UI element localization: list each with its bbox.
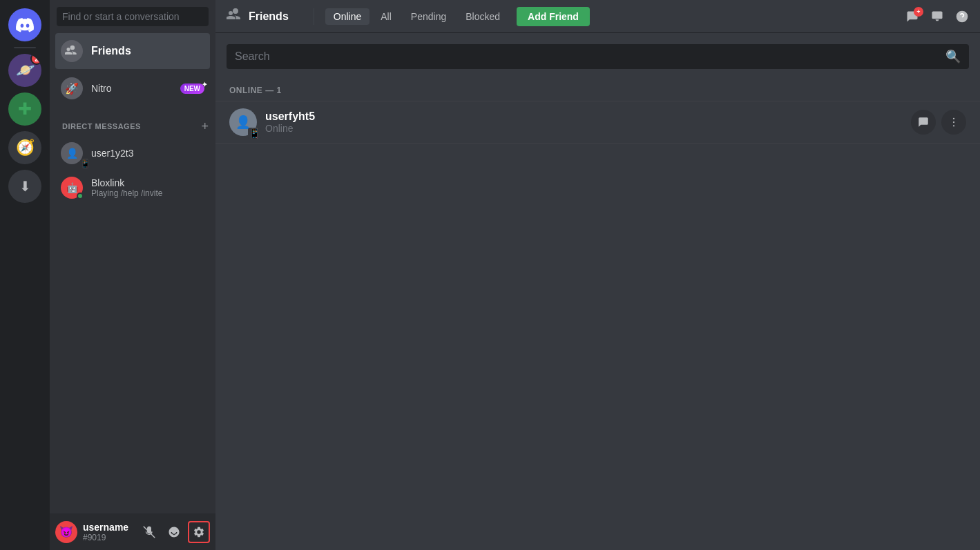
direct-messages-header: DIRECT MESSAGES + bbox=[50, 108, 215, 137]
topbar-divider bbox=[314, 8, 314, 25]
friend-more-button[interactable] bbox=[941, 110, 966, 135]
friend-avatar-wrap-user1: 👤 📱 bbox=[229, 108, 257, 136]
tab-all[interactable]: All bbox=[372, 8, 400, 25]
friend-name-user1: userfyht5 bbox=[265, 110, 911, 123]
help-button[interactable] bbox=[955, 10, 969, 23]
user-avatar: 😈 bbox=[55, 521, 77, 543]
nitro-nav-item[interactable]: 🚀 Nitro ✦ NEW bbox=[55, 72, 210, 105]
dm-search-input[interactable] bbox=[57, 7, 209, 26]
svg-rect-1 bbox=[932, 11, 943, 19]
deafen-button[interactable] bbox=[163, 521, 185, 543]
topbar-title: Friends bbox=[249, 10, 289, 23]
dm-sidebar: Friends 🚀 Nitro ✦ NEW DIRECT MESSAGES + … bbox=[50, 0, 215, 550]
download-icon: ⬇ bbox=[19, 178, 31, 195]
add-friend-button[interactable]: Add Friend bbox=[517, 7, 590, 26]
friends-nav-item[interactable]: Friends bbox=[55, 33, 210, 69]
server-sidebar: 🪐 2 ✚ 🧭 ⬇ bbox=[0, 0, 50, 550]
dm-name-bloxlink: Bloxlink bbox=[91, 177, 162, 188]
mute-button[interactable] bbox=[138, 521, 160, 543]
add-dm-button[interactable]: + bbox=[200, 119, 210, 134]
search-bar-wrap: 🔍 bbox=[215, 33, 980, 75]
search-input[interactable] bbox=[235, 50, 945, 63]
search-icon: 🔍 bbox=[945, 49, 961, 64]
nitro-badge: ✦ NEW bbox=[180, 84, 204, 94]
user-info: username #9019 bbox=[83, 522, 133, 542]
new-group-dm-button[interactable]: + bbox=[905, 10, 919, 23]
server-notification-badge: 2 bbox=[30, 54, 41, 65]
dm-avatar-bloxlink: 🤖 bbox=[61, 177, 83, 199]
tab-blocked[interactable]: Blocked bbox=[457, 8, 508, 25]
compass-icon: 🧭 bbox=[16, 139, 35, 157]
friend-list: 👤 📱 userfyht5 Online bbox=[215, 101, 980, 550]
topbar-friends-icon bbox=[227, 7, 243, 26]
add-server-icon: ✚ bbox=[18, 99, 32, 119]
dm-info-bloxlink: Bloxlink Playing /help /invite bbox=[91, 177, 162, 198]
dm-list: 👤 📱 user1y2t3 🤖 Bloxlink Playing /help /… bbox=[50, 137, 215, 513]
friend-info-user1: userfyht5 Online bbox=[265, 110, 911, 134]
status-mobile-indicator-user1: 📱 bbox=[80, 159, 87, 166]
user-name: username bbox=[83, 522, 133, 533]
dm-info-user1: user1y2t3 bbox=[91, 148, 133, 159]
friends-nav-icon bbox=[61, 40, 83, 62]
search-bar: 🔍 bbox=[227, 44, 969, 69]
server-icon-download[interactable]: ⬇ bbox=[8, 170, 41, 203]
svg-point-6 bbox=[953, 125, 954, 126]
tab-online[interactable]: Online bbox=[325, 8, 369, 25]
friends-nav-label: Friends bbox=[91, 45, 131, 57]
dm-status-bloxlink: Playing /help /invite bbox=[91, 188, 162, 198]
server-divider bbox=[14, 47, 36, 48]
user-tag: #9019 bbox=[83, 533, 133, 542]
dm-item-bloxlink[interactable]: 🤖 Bloxlink Playing /help /invite bbox=[55, 171, 210, 204]
friend-actions-user1 bbox=[911, 110, 966, 135]
bloxlink-game-cmd: /help /invite bbox=[121, 188, 163, 198]
topbar-actions: + bbox=[905, 10, 969, 23]
discord-home-button[interactable] bbox=[8, 8, 41, 41]
settings-button[interactable] bbox=[188, 521, 210, 543]
topbar-tabs: Online All Pending Blocked Add Friend bbox=[325, 7, 894, 26]
server-icon-compass[interactable]: 🧭 bbox=[8, 131, 41, 164]
nitro-icon: 🚀 bbox=[61, 77, 83, 99]
dm-item-user1[interactable]: 👤 📱 user1y2t3 bbox=[55, 137, 210, 170]
user-controls bbox=[138, 521, 210, 543]
server-icon-purple[interactable]: 🪐 2 bbox=[8, 54, 41, 87]
friend-message-button[interactable] bbox=[911, 110, 936, 135]
svg-point-5 bbox=[953, 121, 954, 123]
friends-content: 🔍 ONLINE — 1 👤 📱 userfyht5 Online bbox=[215, 33, 980, 550]
friend-status-mobile-user1: 📱 bbox=[248, 128, 261, 139]
main-content: Friends Online All Pending Blocked Add F… bbox=[215, 0, 980, 550]
action-badge: + bbox=[914, 7, 923, 17]
nitro-label: Nitro bbox=[91, 83, 172, 94]
svg-point-4 bbox=[953, 118, 954, 119]
inbox-button[interactable] bbox=[930, 10, 944, 23]
dm-search-container bbox=[50, 0, 215, 33]
dm-name-user1: user1y2t3 bbox=[91, 148, 133, 159]
topbar: Friends Online All Pending Blocked Add F… bbox=[215, 0, 980, 33]
server-emoji-purple: 🪐 bbox=[16, 61, 35, 79]
direct-messages-label: DIRECT MESSAGES bbox=[62, 122, 141, 130]
user-panel: 😈 username #9019 bbox=[50, 513, 215, 550]
friend-status-text-user1: Online bbox=[265, 123, 911, 134]
status-online-indicator-bloxlink bbox=[77, 193, 84, 199]
server-icon-add[interactable]: ✚ bbox=[8, 92, 41, 126]
tab-pending[interactable]: Pending bbox=[403, 8, 454, 25]
online-header: ONLINE — 1 bbox=[215, 75, 980, 101]
friend-item-user1[interactable]: 👤 📱 userfyht5 Online bbox=[215, 101, 980, 144]
dm-avatar-user1: 👤 📱 bbox=[61, 142, 83, 164]
